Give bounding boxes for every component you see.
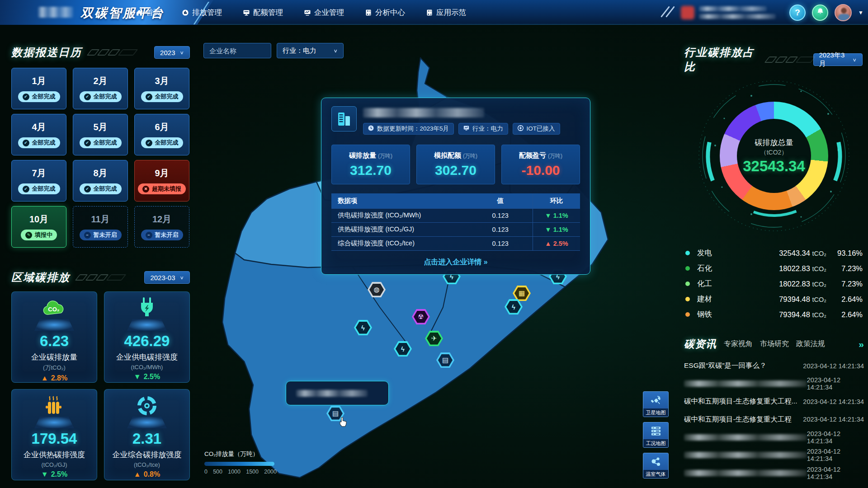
month-card[interactable]: 11月 − 暂未开启	[73, 206, 128, 248]
tick-label: 2000	[264, 469, 277, 475]
home-icon	[136, 9, 143, 16]
news-title: 碳资讯	[684, 337, 717, 351]
month-card[interactable]: 10月 ✎ 填报中	[11, 206, 66, 248]
news-more-link[interactable]: »	[859, 339, 864, 350]
tick-label: 1500	[246, 469, 259, 475]
month-status-badge: ✔ 全部完成	[141, 137, 183, 148]
power-icon: ϟ	[396, 343, 410, 355]
satellite-map-button[interactable]: 卫星地图	[643, 391, 669, 417]
trend-up-icon: ▲	[41, 374, 48, 382]
month-status-badge: ✎ 填报中	[21, 230, 57, 240]
power-plug-icon	[137, 297, 157, 331]
map-color-legend: CO₂排放量（万吨） 0500100015002000	[204, 450, 281, 475]
industry-period-select[interactable]: 2023年3月 ∨	[813, 53, 863, 66]
status-icon: −	[84, 232, 91, 239]
trend-indicator: ▼2.5%	[134, 373, 160, 381]
greenhouse-gas-button[interactable]: 温室气体	[643, 453, 669, 479]
news-item[interactable]: 2023-04-12 14:21:34	[684, 464, 864, 482]
status-icon: ✔	[84, 186, 91, 192]
industry-donut-chart: 碳排放总量 （tCO2） 32543.34	[697, 78, 851, 234]
status-text: 全部完成	[32, 93, 56, 101]
molecule-icon	[643, 453, 668, 470]
news-section-header: 碳资讯 专家视角市场研究政策法规 »	[684, 337, 864, 351]
news-item[interactable]: ESG跟“双碳”是一回事么？ 2023-04-12 14:21:34	[684, 357, 864, 375]
carbon-dashboard: 双碳智服平台 首页 排放管理 配额管理 企业管理 分析中心	[0, 0, 868, 488]
legend-dot	[685, 266, 690, 271]
industry-legend-row: 钢铁 79394.48 tCO₂ 2.64%	[685, 307, 863, 322]
nav-item-quota[interactable]: 配额管理	[243, 8, 283, 18]
month-label: 11月	[91, 213, 109, 225]
nav-item-enterprise[interactable]: 企业管理	[304, 8, 344, 18]
month-status-badge: − 暂未开启	[80, 230, 122, 240]
popup-badges: 数据更新时间：2023年5月 行业：电力 IOT已接入	[363, 123, 580, 135]
update-time-badge: 数据更新时间：2023年5月	[363, 123, 454, 135]
operating-map-button[interactable]: 工况地图	[643, 422, 669, 448]
redacted-company-name	[296, 390, 368, 397]
news-item[interactable]: 2023-04-12 14:21:34	[684, 375, 864, 393]
region-period-select[interactable]: 2023-03 ∨	[144, 271, 190, 284]
nav-item-analysis[interactable]: 分析中心	[365, 8, 405, 18]
region-section-header: 区域碳排放 2023-03 ∨	[11, 270, 190, 285]
donut-center: 碳排放总量 （tCO2） 32543.34	[737, 119, 811, 193]
news-item[interactable]: 碳中和五期项目-生态修复重大工程 2023-04-12 14:21:34	[684, 411, 864, 429]
news-item[interactable]: 2023-04-12 14:21:34	[684, 446, 864, 465]
month-card[interactable]: 8月 ✔ 全部完成	[73, 160, 128, 202]
month-card[interactable]: 9月 ✖ 超期未填报	[134, 160, 189, 202]
month-status-badge: ✔ 全部完成	[141, 91, 183, 102]
month-status-badge: ✔ 全部完成	[80, 91, 122, 102]
company-detail-link[interactable]: 点击进入企业详情 »	[331, 258, 580, 267]
month-card[interactable]: 12月 − 暂未开启	[134, 206, 189, 248]
calendar-year-select[interactable]: 2023 ∨	[154, 46, 190, 59]
month-label: 6月	[155, 121, 169, 133]
redacted-text	[699, 14, 776, 19]
emission-gauge-icon	[182, 9, 189, 16]
tick-label: 1000	[228, 469, 241, 475]
trend-indicator: ▲0.8%	[134, 470, 160, 479]
nav-item-emission[interactable]: 排放管理	[182, 8, 222, 18]
month-card[interactable]: 7月 ✔ 全部完成	[11, 160, 66, 202]
help-button[interactable]: ?	[789, 5, 806, 21]
table-body: 供电碳排放强度 (tCO₂/MWh) 0.123 ▼ 1.1% 供热碳排放强度 …	[331, 208, 580, 250]
news-item[interactable]: 2023-04-12 14:21:34	[684, 428, 864, 446]
month-card[interactable]: 6月 ✔ 全部完成	[134, 114, 189, 155]
main-nav: 首页 排放管理 配额管理 企业管理 分析中心 应用示范	[136, 0, 466, 25]
month-card[interactable]: 5月 ✔ 全部完成	[73, 114, 128, 155]
table-row: 供热碳排放强度 (tCO₂/GJ) 0.123 ▼ 1.1%	[331, 222, 580, 236]
trend-down-icon: ▼	[134, 373, 141, 381]
month-card[interactable]: 4月 ✔ 全部完成	[11, 114, 66, 155]
storage-icon: ▦	[514, 287, 529, 300]
trend-up-icon: ▲	[134, 470, 141, 479]
nav-item-home[interactable]: 首页	[136, 8, 161, 18]
news-tab[interactable]: 政策法规	[796, 339, 825, 349]
month-card[interactable]: 2月 ✔ 全部完成	[73, 68, 128, 109]
gradient-bar	[204, 462, 274, 466]
news-tab[interactable]: 市场研究	[760, 339, 789, 349]
notifications-button[interactable]	[812, 5, 828, 21]
slash-decoration	[767, 56, 813, 63]
chevron-down-icon[interactable]: ▼	[858, 9, 863, 16]
satellite-icon	[643, 392, 668, 408]
building-icon	[331, 106, 357, 131]
tick-label: 0	[204, 469, 208, 475]
slash-decoration	[77, 274, 124, 281]
status-icon: −	[146, 232, 152, 239]
table-row: 综合碳排放强度 (tCO₂/tce) 0.123 ▲ 2.5%	[331, 236, 580, 250]
region-stat-grid: CO₂ 6.23 企业碳排放量 (万tCO₂) ▲2.8% 426.29 企业供…	[11, 291, 190, 480]
month-label: 12月	[152, 213, 171, 225]
month-card[interactable]: 1月 ✔ 全部完成	[11, 68, 66, 109]
news-item[interactable]: 碳中和五期项目-生态修复重大工程... 2023-04-12 14:21:34	[684, 393, 864, 411]
nav-item-demo[interactable]: 应用示范	[426, 8, 466, 18]
iot-link-icon	[518, 125, 524, 132]
month-card[interactable]: 3月 ✔ 全部完成	[134, 68, 189, 109]
user-avatar[interactable]	[835, 4, 852, 21]
status-icon: ✔	[146, 94, 152, 100]
quota-stat: 模拟配额 (万吨) 302.70	[416, 145, 495, 184]
redacted-org-logo	[681, 6, 694, 19]
bell-icon	[816, 8, 824, 17]
calendar-section-header: 数据报送日历 2023 ∨	[11, 45, 190, 60]
month-label: 3月	[155, 75, 169, 87]
news-tab[interactable]: 专家视角	[724, 339, 753, 349]
company-popup: 数据更新时间：2023年5月 行业：电力 IOT已接入 碳排放量 (万吨) 31…	[321, 98, 590, 275]
chevron-down-icon: ∨	[852, 57, 857, 62]
month-status-badge: ✔ 全部完成	[80, 183, 122, 194]
